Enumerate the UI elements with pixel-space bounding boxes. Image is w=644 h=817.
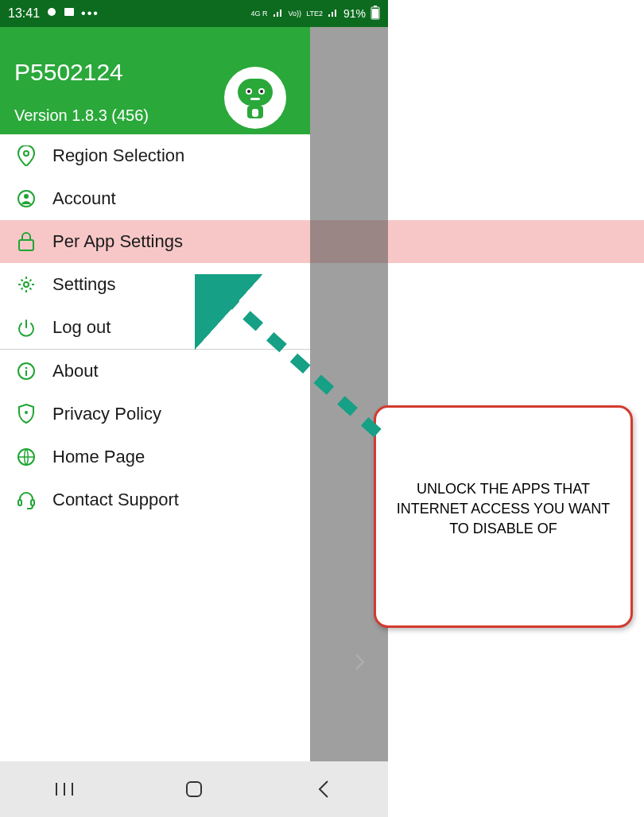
nav-back-button[interactable] [308, 773, 339, 805]
svg-point-13 [24, 151, 29, 156]
status-app-icon [46, 6, 57, 21]
svg-rect-1 [64, 8, 74, 16]
globe-icon [16, 447, 37, 467]
avatar[interactable] [224, 67, 286, 129]
status-battery: 91% [343, 7, 366, 20]
svg-rect-28 [187, 782, 201, 796]
status-left: 13:41 ••• [8, 6, 99, 21]
svg-point-19 [25, 367, 28, 370]
svg-point-0 [48, 8, 56, 16]
background-dim[interactable] [310, 27, 388, 761]
annotation-callout: UNLOCK THE APPS THAT INTERNET ACCESS YOU… [374, 405, 633, 628]
menu-item-account[interactable]: Account [0, 177, 310, 220]
svg-rect-3 [374, 6, 377, 7]
chevron-right-icon [355, 652, 366, 676]
signal-icon [273, 7, 284, 20]
svg-rect-10 [250, 98, 260, 100]
lock-icon [16, 231, 37, 252]
menu-item-label: Home Page [52, 447, 145, 467]
menu-item-label: Region Selection [52, 145, 184, 166]
headset-icon [16, 490, 37, 510]
status-4g-label: 4G R [251, 10, 268, 17]
svg-point-17 [24, 282, 29, 287]
menu-section-2: About Privacy Policy Home Page Contact S… [0, 350, 310, 521]
svg-rect-4 [372, 9, 378, 18]
menu-item-logout[interactable]: Log out [0, 306, 310, 349]
menu-section-1: Region Selection Account Per App Setting… [0, 134, 310, 349]
menu-item-settings[interactable]: Settings [0, 263, 310, 306]
menu-item-home-page[interactable]: Home Page [0, 436, 310, 478]
android-nav-bar [0, 761, 388, 817]
svg-point-8 [247, 90, 250, 93]
menu-item-contact-support[interactable]: Contact Support [0, 478, 310, 521]
gear-icon [16, 274, 37, 295]
svg-point-9 [260, 90, 263, 93]
svg-point-21 [25, 411, 28, 414]
map-pin-icon [16, 145, 37, 166]
menu-item-label: Settings [52, 274, 116, 295]
nav-recents-button[interactable] [48, 773, 80, 805]
status-more-icon: ••• [81, 6, 99, 21]
svg-rect-20 [25, 370, 27, 376]
annotation-text: UNLOCK THE APPS THAT INTERNET ACCESS YOU… [392, 479, 615, 540]
info-icon [16, 361, 37, 381]
menu-item-label: Contact Support [52, 490, 179, 510]
menu-item-label: Log out [52, 317, 111, 338]
status-time: 13:41 [8, 6, 40, 21]
status-msg-icon [64, 6, 75, 21]
svg-rect-24 [31, 500, 34, 505]
menu-item-label: About [52, 361, 99, 381]
status-bar: 13:41 ••• 4G R Vo)) LTE2 91% [0, 0, 388, 27]
battery-icon [370, 6, 380, 22]
svg-rect-5 [238, 79, 273, 106]
menu-item-about[interactable]: About [0, 350, 310, 393]
menu-item-label: Per App Settings [52, 231, 183, 252]
shield-icon [16, 404, 37, 424]
robot-avatar-icon [231, 74, 279, 122]
user-circle-icon [16, 188, 37, 209]
svg-rect-16 [19, 240, 33, 250]
status-volte-label: Vo)) [289, 10, 302, 17]
svg-rect-12 [252, 109, 258, 117]
svg-rect-23 [18, 500, 21, 505]
nav-home-button[interactable] [178, 773, 210, 805]
menu-item-region-selection[interactable]: Region Selection [0, 134, 310, 177]
menu-item-label: Privacy Policy [52, 404, 161, 424]
power-icon [16, 317, 37, 338]
phone-frame: 13:41 ••• 4G R Vo)) LTE2 91% [0, 0, 388, 817]
status-right: 4G R Vo)) LTE2 91% [251, 6, 380, 22]
svg-point-15 [24, 194, 29, 199]
menu-item-label: Account [52, 188, 116, 209]
signal-icon-2 [328, 7, 339, 20]
status-lte-label: LTE2 [306, 10, 323, 17]
menu-item-privacy-policy[interactable]: Privacy Policy [0, 393, 310, 436]
drawer-header: P5502124 Version 1.8.3 (456) [0, 27, 310, 134]
